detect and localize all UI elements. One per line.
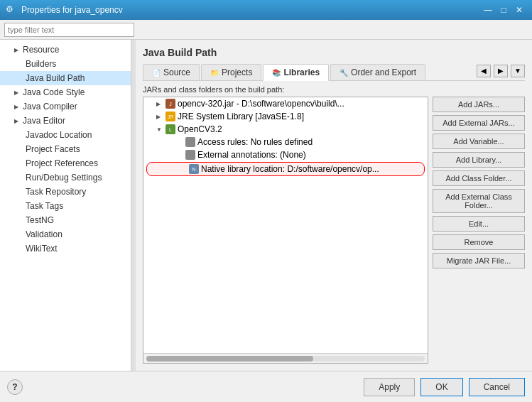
migrate-jar-button[interactable]: Migrate JAR File... (433, 253, 525, 268)
sidebar-item-label: Java Editor (23, 116, 65, 126)
tab-label-source: Source (163, 67, 190, 77)
dialog-body: ▶ResourceBuildersJava Build Path▶Java Co… (0, 20, 532, 402)
maximize-button[interactable]: □ (496, 3, 511, 17)
horizontal-scrollbar[interactable] (143, 353, 428, 363)
opencv-icon: L (165, 124, 175, 134)
tree-arrow-icon: ▶ (156, 114, 163, 120)
tab-label-projects: Projects (222, 67, 252, 77)
title-bar-buttons: — □ ✕ (481, 3, 526, 17)
sidebar-item-project-references[interactable]: Project References (0, 156, 131, 170)
sidebar-item-wikitext[interactable]: WikiText (0, 241, 131, 256)
sidebar-item-label: Java Build Path (26, 73, 85, 83)
tab-order-export[interactable]: 🔧Order and Export (330, 64, 425, 80)
add-jars-button[interactable]: Add JARs... (433, 97, 525, 112)
sidebar-item-run-debug-settings[interactable]: Run/Debug Settings (0, 170, 131, 185)
sidebar-item-java-editor[interactable]: ▶Java Editor (0, 114, 131, 128)
sidebar-item-label: Project Facets (26, 144, 80, 154)
sidebar-arrow-icon: ▶ (14, 104, 18, 110)
libraries-tab-icon: 📚 (272, 69, 281, 77)
content-title: Java Build Path (143, 47, 525, 58)
title-bar-icon: ⚙ (6, 4, 17, 16)
sidebar-item-label: Java Compiler (23, 102, 77, 112)
sidebar-item-label: Task Tags (26, 201, 63, 211)
content-area: Java Build Path 📄Source📁Projects📚Librari… (136, 40, 532, 371)
rule-icon (185, 150, 195, 160)
tree-item-opencv3-root[interactable]: ▼LOpenCV3.2 (143, 123, 428, 136)
sidebar-item-java-build-path[interactable]: Java Build Path (0, 71, 131, 85)
sidebar-item-label: Task Repository (26, 187, 86, 197)
sidebar-item-task-repository[interactable]: Task Repository (0, 185, 131, 199)
sidebar-item-label: Run/Debug Settings (26, 173, 102, 183)
tab-libraries[interactable]: 📚Libraries (263, 64, 329, 81)
help-button[interactable]: ? (7, 379, 23, 395)
scrollbar-track (146, 356, 425, 362)
tab-nav-back[interactable]: ◀ (477, 65, 491, 77)
projects-tab-icon: 📁 (210, 69, 219, 77)
sidebar-item-label: Javadoc Location (26, 130, 92, 140)
tree-panel-row: ▶Jopencv-320.jar - D:\software\opencv\bu… (143, 97, 525, 364)
order-export-tab-icon: 🔧 (340, 69, 348, 77)
tree-item-label: JRE System Library [JavaSE-1.8] (178, 112, 304, 121)
tab-nav-dropdown[interactable]: ▼ (511, 65, 525, 77)
sidebar-item-label: Builders (26, 59, 56, 69)
jre-icon: JR (165, 112, 175, 121)
source-tab-icon: 📄 (152, 69, 161, 77)
add-external-jars-button[interactable]: Add External JARs... (433, 115, 525, 131)
tab-label-order-export: Order and Export (351, 67, 416, 77)
sidebar-arrow-icon: ▶ (14, 118, 18, 124)
bottom-actions: Apply OK Cancel (364, 378, 525, 396)
edit-button[interactable]: Edit... (433, 216, 525, 232)
tree-item-ext-annotations[interactable]: External annotations: (None) (143, 148, 428, 161)
tree-item-label: Native library location: D:/software/ope… (201, 164, 379, 174)
sidebar-item-label: WikiText (26, 244, 58, 254)
sidebar-item-task-tags[interactable]: Task Tags (0, 199, 131, 213)
tree-arrow-icon: ▶ (156, 101, 163, 107)
ok-button[interactable]: OK (420, 378, 462, 396)
sidebar-arrow-icon: ▶ (14, 47, 18, 53)
add-external-class-folder-button[interactable]: Add External Class Folder... (433, 189, 525, 213)
tree-item-jre-system[interactable]: ▶JRJRE System Library [JavaSE-1.8] (143, 110, 428, 123)
tab-projects[interactable]: 📁Projects (201, 64, 261, 80)
close-button[interactable]: ✕ (512, 3, 526, 17)
sidebar-arrow-icon: ▶ (14, 89, 18, 96)
add-library-button[interactable]: Add Library... (433, 152, 525, 168)
scrollbar-thumb (146, 356, 313, 362)
sidebar-item-testng[interactable]: TestNG (0, 213, 131, 227)
tree-item-label: External annotations: (None) (197, 150, 306, 160)
sidebar-item-label: Java Code Style (23, 87, 85, 97)
tab-label-libraries: Libraries (283, 67, 320, 77)
sidebar-item-java-compiler[interactable]: ▶Java Compiler (0, 99, 131, 114)
tab-bar: 📄Source📁Projects📚Libraries🔧Order and Exp… (143, 64, 525, 81)
remove-button[interactable]: Remove (433, 234, 525, 250)
sidebar-item-java-code-style[interactable]: ▶Java Code Style (0, 85, 131, 99)
tree-item-access-rules[interactable]: Access rules: No rules defined (143, 136, 428, 148)
sidebar-item-label: Project References (26, 158, 98, 168)
add-variable-button[interactable]: Add Variable... (433, 134, 525, 149)
tree-item-opencv-jar[interactable]: ▶Jopencv-320.jar - D:\software\opencv\bu… (143, 97, 428, 110)
tab-nav-buttons: ◀ ▶ ▼ (477, 64, 525, 80)
tab-source[interactable]: 📄Source (143, 64, 200, 80)
bottom-bar: ? Apply OK Cancel (0, 371, 532, 402)
search-input[interactable] (4, 23, 134, 37)
main-area: ▶ResourceBuildersJava Build Path▶Java Co… (0, 40, 532, 371)
tab-nav-forward[interactable]: ▶ (494, 65, 508, 77)
cancel-button[interactable]: Cancel (469, 378, 525, 396)
sidebar-item-javadoc-location[interactable]: Javadoc Location (0, 128, 131, 142)
title-bar-title: Properties for java_opencv (21, 5, 477, 15)
tree-item-native-lib[interactable]: NNative library location: D:/software/op… (146, 162, 425, 176)
search-bar (0, 20, 532, 40)
jar-icon: J (165, 99, 175, 109)
sidebar-item-resource[interactable]: ▶Resource (0, 43, 131, 57)
minimize-button[interactable]: — (481, 3, 495, 17)
panel-description: JARs and class folders on the build path… (143, 85, 525, 94)
add-class-folder-button[interactable]: Add Class Folder... (433, 170, 525, 186)
sidebar-item-project-facets[interactable]: Project Facets (0, 142, 131, 156)
apply-button[interactable]: Apply (364, 378, 415, 396)
sidebar-item-builders[interactable]: Builders (0, 57, 131, 71)
tree-container[interactable]: ▶Jopencv-320.jar - D:\software\opencv\bu… (143, 97, 428, 353)
sidebar-item-label: Validation (26, 229, 63, 239)
tree-item-label: Access rules: No rules defined (197, 137, 313, 147)
rule-icon (185, 137, 195, 147)
sidebar-item-validation[interactable]: Validation (0, 227, 131, 241)
tree-arrow-icon: ▼ (156, 126, 163, 133)
